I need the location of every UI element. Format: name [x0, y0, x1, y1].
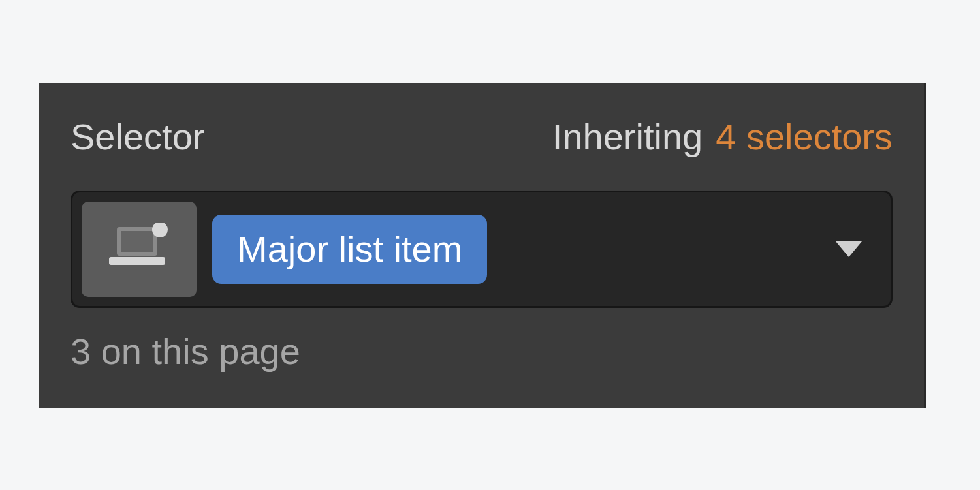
- dropdown-caret-icon[interactable]: [836, 241, 862, 257]
- selector-input[interactable]: Major list item: [71, 191, 893, 308]
- svg-rect-2: [109, 257, 165, 265]
- selector-label: Selector: [71, 115, 204, 158]
- selector-panel: Selector Inheriting 4 selectors: [39, 83, 926, 408]
- svg-rect-1: [121, 231, 153, 252]
- instance-count: 3 on this page: [71, 330, 893, 373]
- stage: Selector Inheriting 4 selectors: [0, 0, 980, 490]
- inheriting-count[interactable]: 4 selectors: [716, 115, 893, 158]
- inheriting-label: Inheriting: [552, 115, 703, 158]
- inheriting-indicator[interactable]: Inheriting 4 selectors: [552, 115, 893, 158]
- desktop-breakpoint-icon: [106, 223, 172, 275]
- selector-header-row: Selector Inheriting 4 selectors: [71, 115, 893, 158]
- class-chip[interactable]: Major list item: [212, 215, 487, 284]
- breakpoint-button[interactable]: [82, 202, 197, 297]
